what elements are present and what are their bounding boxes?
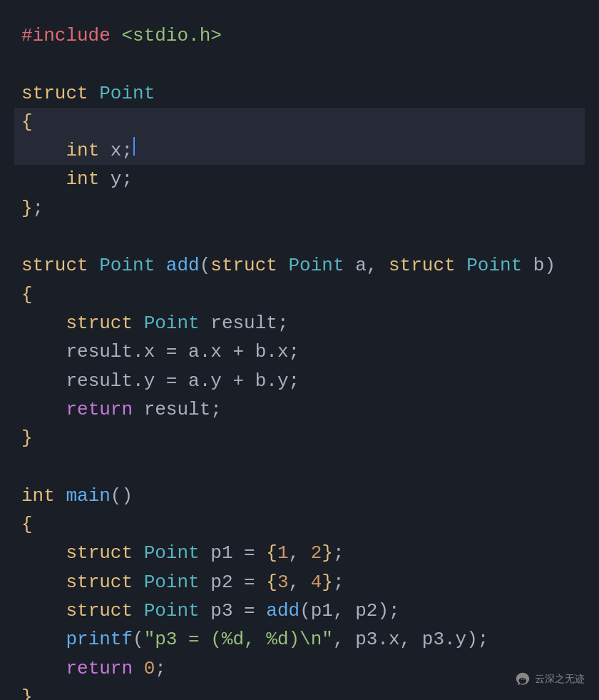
code-line-4: { bbox=[14, 108, 585, 136]
code-editor: #include <stdio.h> struct Point { int x;… bbox=[0, 0, 599, 700]
code-line-10: { bbox=[14, 280, 585, 309]
code-line-2 bbox=[14, 50, 585, 78]
code-line-11: struct Point result; bbox=[14, 309, 585, 338]
code-line-16 bbox=[14, 452, 585, 481]
code-line-5: int x; bbox=[14, 136, 585, 165]
code-line-19: struct Point p1 = {1, 2}; bbox=[14, 539, 585, 567]
code-line-3: struct Point bbox=[14, 79, 585, 108]
code-line-24: } bbox=[14, 683, 585, 700]
code-line-15: } bbox=[14, 424, 585, 452]
code-line-12: result.x = a.x + b.x; bbox=[14, 338, 585, 366]
code-line-22: printf("p3 = (%d, %d)\n", p3.x, p3.y); bbox=[14, 625, 585, 654]
include-keyword: #include bbox=[21, 21, 111, 50]
code-line-18: { bbox=[14, 510, 585, 539]
code-line-17: int main() bbox=[14, 482, 585, 510]
code-line-7: }; bbox=[14, 194, 585, 223]
code-line-6: int y; bbox=[14, 165, 585, 193]
code-line-8 bbox=[14, 223, 585, 251]
code-line-14: return result; bbox=[14, 395, 585, 424]
code-line-20: struct Point p2 = {3, 4}; bbox=[14, 568, 585, 597]
code-line-23: return 0; bbox=[14, 654, 585, 683]
watermark-text: 云深之无迹 bbox=[535, 671, 585, 687]
code-line-21: struct Point p3 = add(p1, p2); bbox=[14, 597, 585, 625]
code-line-13: result.y = a.y + b.y; bbox=[14, 367, 585, 395]
wechat-icon bbox=[515, 671, 531, 687]
code-line-1: #include <stdio.h> bbox=[14, 21, 585, 50]
text-cursor bbox=[133, 137, 135, 156]
code-line-9: struct Point add(struct Point a, struct … bbox=[14, 251, 585, 280]
watermark: 云深之无迹 bbox=[515, 671, 585, 687]
